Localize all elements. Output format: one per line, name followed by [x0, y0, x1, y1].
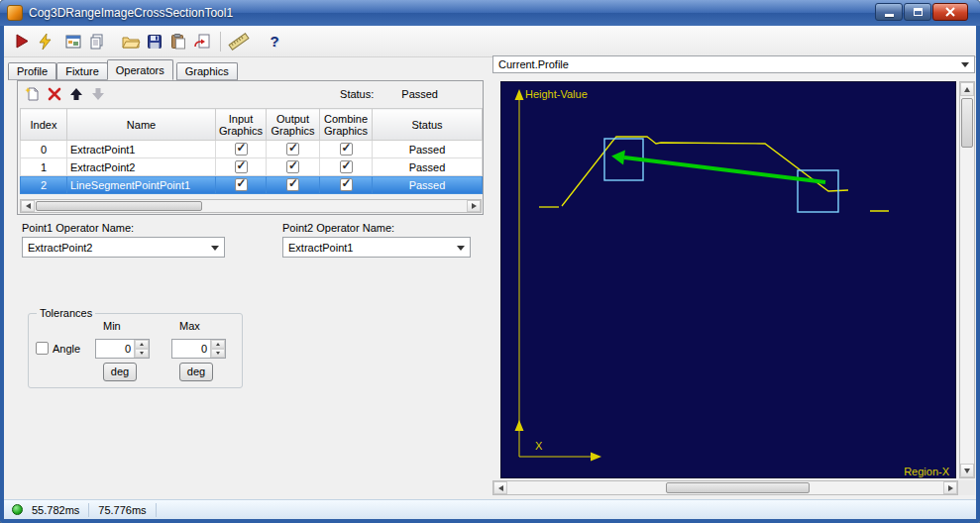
- angle-checkbox[interactable]: [36, 342, 49, 355]
- graphics-checkbox[interactable]: [235, 178, 248, 191]
- run-icon: [13, 33, 31, 51]
- arrow-right-icon: [472, 203, 477, 209]
- arrow-down-icon: [216, 352, 220, 355]
- arrow-down-icon: [140, 352, 144, 355]
- tool-display-icon: [64, 33, 82, 51]
- graphics-checkbox[interactable]: [235, 143, 248, 156]
- spin-up-button[interactable]: [211, 340, 225, 349]
- operators-grid: Index Name Input Graphics Output Graphic…: [20, 108, 483, 194]
- chart-vertical-scrollbar[interactable]: [959, 81, 975, 478]
- tab-graphics[interactable]: Graphics: [176, 62, 238, 80]
- profile-canvas[interactable]: Height-ValueXRegion-X: [500, 81, 956, 478]
- col-header-combine-graphics[interactable]: Combine Graphics: [320, 109, 373, 141]
- cell-index: 2: [21, 176, 67, 194]
- graphics-checkbox[interactable]: [340, 178, 353, 191]
- table-row[interactable]: 1ExtractPoint2Passed: [21, 158, 483, 176]
- cell-output-graphics: [267, 158, 320, 176]
- scroll-thumb[interactable]: [36, 201, 202, 211]
- cell-status: Passed: [373, 158, 483, 176]
- statusbar-separator: [156, 503, 157, 517]
- angle-min-spinner[interactable]: 0: [95, 339, 150, 359]
- spin-down-button[interactable]: [135, 349, 149, 358]
- point1-operator-combo[interactable]: ExtractPoint2: [22, 237, 225, 258]
- grid-horizontal-scrollbar[interactable]: [20, 199, 482, 213]
- open-button[interactable]: [119, 30, 143, 53]
- spin-up-button[interactable]: [135, 340, 149, 349]
- titlebar[interactable]: Cog3DRangeImageCrossSectionTool1: [0, 0, 980, 26]
- open-icon: [121, 33, 141, 51]
- col-header-name[interactable]: Name: [67, 109, 216, 141]
- scroll-track[interactable]: [35, 200, 467, 212]
- scroll-right-button[interactable]: [943, 481, 957, 494]
- scroll-left-button[interactable]: [493, 481, 507, 494]
- move-up-button[interactable]: [65, 84, 87, 104]
- tab-operators[interactable]: Operators: [107, 59, 173, 80]
- scrollbar-corner: [958, 480, 975, 495]
- max-unit-button[interactable]: deg: [179, 363, 213, 381]
- paste-button[interactable]: [166, 30, 190, 53]
- scroll-right-button[interactable]: [467, 200, 481, 212]
- status-label: Status:: [340, 88, 374, 100]
- table-row[interactable]: 2LineSegmentPointPoint1Passed: [21, 176, 483, 194]
- measure-button[interactable]: [227, 30, 251, 53]
- new-operator-icon: [25, 86, 41, 102]
- move-down-button[interactable]: [87, 84, 109, 104]
- col-header-status[interactable]: Status: [373, 109, 483, 141]
- graphics-checkbox[interactable]: [286, 143, 299, 156]
- measure-icon: [228, 32, 250, 52]
- col-header-output-graphics[interactable]: Output Graphics: [267, 109, 320, 141]
- chart-horizontal-scrollbar[interactable]: [492, 480, 958, 495]
- graphics-checkbox[interactable]: [340, 143, 353, 156]
- help-button[interactable]: ?: [263, 30, 286, 53]
- table-row[interactable]: 0ExtractPoint1Passed: [21, 141, 483, 158]
- client-area: ? Profile Fixture Operators Graphics: [4, 26, 976, 499]
- cell-status: Passed: [373, 141, 483, 158]
- point2-operator-combo[interactable]: ExtractPoint1: [282, 237, 471, 258]
- min-unit-button[interactable]: deg: [103, 363, 137, 381]
- scroll-down-button[interactable]: [960, 464, 974, 477]
- display-selector-combo[interactable]: Current.Profile: [492, 55, 975, 73]
- profile-display-panel: Current.Profile Height-ValueXRegion-X: [492, 55, 975, 497]
- arrow-up-icon: [216, 343, 220, 346]
- maximize-button[interactable]: [904, 3, 931, 21]
- cell-combine-graphics: [320, 176, 373, 194]
- arrow-up-icon: [964, 87, 970, 92]
- chevron-down-icon: [211, 246, 219, 251]
- cell-index: 1: [21, 158, 67, 176]
- scroll-left-button[interactable]: [21, 200, 35, 212]
- tab-fixture[interactable]: Fixture: [56, 62, 108, 80]
- tool-display-button[interactable]: [61, 30, 85, 53]
- angle-max-spinner[interactable]: 0: [171, 339, 226, 359]
- copy-results-button[interactable]: [85, 30, 109, 53]
- scroll-track[interactable]: [960, 96, 974, 464]
- delete-operator-icon: [48, 87, 61, 101]
- cell-combine-graphics: [320, 141, 373, 158]
- operators-toolbar: Status: Passed: [18, 81, 483, 106]
- scroll-track[interactable]: [507, 481, 943, 494]
- col-header-index[interactable]: Index: [21, 109, 67, 141]
- minimize-button[interactable]: [875, 3, 903, 21]
- arrow-left-icon: [498, 485, 503, 491]
- graphics-checkbox[interactable]: [340, 160, 353, 173]
- scroll-thumb[interactable]: [666, 482, 810, 493]
- col-header-input-graphics[interactable]: Input Graphics: [216, 109, 267, 141]
- graphics-checkbox[interactable]: [286, 178, 299, 191]
- chevron-down-icon: [457, 246, 465, 251]
- import-button[interactable]: [190, 30, 214, 53]
- tab-profile[interactable]: Profile: [8, 62, 56, 80]
- graphics-checkbox[interactable]: [286, 160, 299, 173]
- close-button[interactable]: [932, 3, 968, 21]
- delete-operator-button[interactable]: [44, 84, 65, 104]
- measurement-arrow-line[interactable]: [624, 157, 825, 182]
- help-icon: ?: [270, 33, 278, 50]
- save-button[interactable]: [143, 30, 166, 53]
- run-button[interactable]: [10, 30, 34, 53]
- electric-run-button[interactable]: [34, 30, 57, 53]
- scroll-thumb[interactable]: [961, 98, 973, 148]
- graphics-checkbox[interactable]: [235, 160, 248, 173]
- spin-down-button[interactable]: [211, 349, 225, 358]
- tolerances-group: Tolerances Min Max Angle 0 0: [28, 313, 243, 388]
- measurement-arrow-head-icon[interactable]: [611, 151, 625, 165]
- new-operator-button[interactable]: [22, 84, 44, 104]
- scroll-up-button[interactable]: [960, 82, 974, 96]
